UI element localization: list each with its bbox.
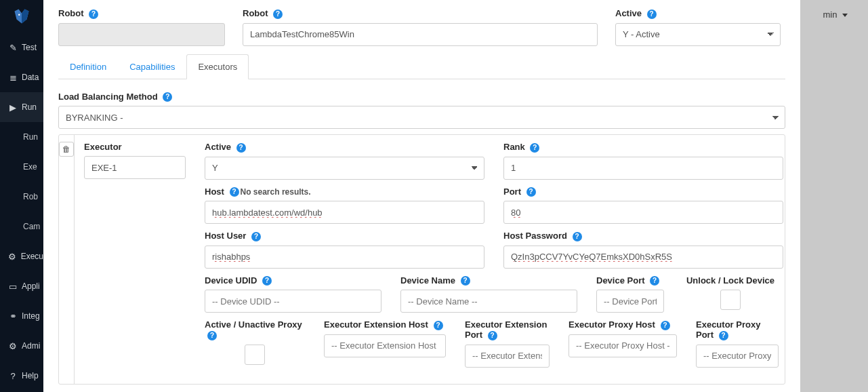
help-icon[interactable]: ? <box>230 187 239 197</box>
port-input[interactable] <box>503 201 783 224</box>
nav-run-sub-run[interactable]: Run <box>0 122 43 152</box>
help-icon: ? <box>8 371 18 381</box>
help-icon[interactable]: ? <box>526 187 536 197</box>
help-icon[interactable]: ? <box>488 331 497 340</box>
help-icon[interactable]: ? <box>661 321 670 330</box>
unlock-checkbox[interactable] <box>720 290 741 310</box>
hostpwd-label: Host Password ? <box>503 231 783 241</box>
nav-label: Appli <box>22 281 40 291</box>
help-icon[interactable]: ? <box>719 331 728 340</box>
play-icon: ▶ <box>8 102 18 113</box>
nav-executions[interactable]: ⚙ Execu <box>0 241 43 271</box>
laptop-icon: ▭ <box>8 281 18 292</box>
logo <box>0 0 43 33</box>
cogs-icon: ⚙ <box>8 341 18 351</box>
help-icon[interactable]: ? <box>207 331 217 340</box>
rank-label: Rank ? <box>503 142 783 153</box>
help-icon[interactable]: ? <box>163 92 172 102</box>
exec-active-label: Active ? <box>205 142 484 153</box>
proxyact-checkbox[interactable] <box>245 345 265 365</box>
help-icon[interactable]: ? <box>89 9 98 19</box>
nav-integrations[interactable]: ⚭ Integ <box>0 301 43 331</box>
edit-icon: ✎ <box>8 43 18 53</box>
help-icon[interactable]: ? <box>236 143 246 153</box>
help-icon[interactable]: ? <box>530 143 539 153</box>
executor-box: 🗑 Executor Active ? Y <box>58 134 785 385</box>
nav-run-sub-rob[interactable]: Rob <box>0 182 43 212</box>
pxport-input[interactable] <box>696 345 779 368</box>
no-results-text: No search results. <box>241 187 311 197</box>
trash-icon: 🗑 <box>62 144 70 154</box>
svg-point-0 <box>18 14 20 16</box>
robot2-input[interactable] <box>243 23 598 46</box>
help-icon[interactable]: ? <box>647 9 657 19</box>
nav-help[interactable]: ? Help <box>0 361 43 391</box>
exhost-input[interactable] <box>324 334 446 357</box>
pxhost-label: Executor Proxy Host ? <box>569 319 677 330</box>
modal-panel: Robot ? Robot ? Active ? Y - Active Defi… <box>43 0 800 392</box>
nav-run-sub-exe[interactable]: Exe <box>0 152 43 182</box>
exportport-label: Executor Extension Port ? <box>465 319 550 340</box>
exhost-label: Executor Extension Host ? <box>324 319 446 330</box>
devname-input[interactable] <box>400 290 577 313</box>
devport-label: Device Port ? <box>596 275 664 286</box>
nav-data[interactable]: ≣ Data <box>0 62 43 92</box>
help-icon[interactable]: ? <box>461 276 470 286</box>
help-icon[interactable]: ? <box>262 276 272 286</box>
trash-column: 🗑 <box>59 135 75 384</box>
nav-label: Admi <box>22 341 40 351</box>
active-select[interactable]: Y - Active <box>615 23 781 46</box>
robot2-label: Robot ? <box>243 8 598 19</box>
host-input[interactable] <box>205 201 484 224</box>
delete-executor-button[interactable]: 🗑 <box>59 142 74 157</box>
share-icon: ⚭ <box>8 311 18 321</box>
devport-input[interactable] <box>596 290 664 313</box>
user-menu[interactable]: min <box>823 9 848 20</box>
hostpwd-input[interactable] <box>503 246 783 269</box>
tab-executors[interactable]: Executors <box>186 54 249 79</box>
nav-label: Run <box>22 102 37 112</box>
wolf-logo-icon <box>12 6 32 26</box>
lb-label: Load Balancing Method ? <box>58 92 785 102</box>
exec-active-select[interactable]: Y <box>205 157 484 180</box>
hostuser-input[interactable] <box>205 246 484 269</box>
nav-applications[interactable]: ▭ Appli <box>0 271 43 301</box>
nav-label: Data <box>22 73 39 82</box>
help-icon[interactable]: ? <box>650 276 659 286</box>
nav-run[interactable]: ▶ Run <box>0 92 43 122</box>
pxport-label: Executor Proxy Port ? <box>696 319 779 340</box>
unlock-label: Unlock / Lock Device <box>686 275 774 286</box>
udid-input[interactable] <box>205 290 381 313</box>
devname-label: Device Name ? <box>400 275 577 286</box>
nav-label: Test <box>22 43 37 52</box>
help-icon[interactable]: ? <box>273 9 283 19</box>
help-icon[interactable]: ? <box>434 321 443 330</box>
robot1-label: Robot ? <box>58 8 225 19</box>
help-icon[interactable]: ? <box>573 232 582 241</box>
nav-label: Execu <box>21 252 43 261</box>
robot1-input <box>58 23 225 46</box>
tab-capabilities[interactable]: Capabilities <box>118 54 186 79</box>
pxhost-input[interactable] <box>569 334 677 357</box>
tab-definition[interactable]: Definition <box>58 54 118 79</box>
executor-input[interactable] <box>84 156 186 179</box>
udid-label: Device UDID ? <box>205 275 381 286</box>
sidebar: ✎ Test ≣ Data ▶ Run Run Exe Rob Cam ⚙ Ex… <box>0 0 43 392</box>
executor-label: Executor <box>84 142 186 152</box>
nav-label: Help <box>22 371 39 380</box>
caret-down-icon <box>840 9 848 20</box>
lb-select[interactable]: BYRANKING - <box>58 106 785 129</box>
gear-icon: ⚙ <box>8 252 17 262</box>
active-label: Active ? <box>615 8 781 19</box>
user-menu-label: min <box>823 9 837 20</box>
exportport-input[interactable] <box>465 345 550 368</box>
help-icon[interactable]: ? <box>251 232 261 241</box>
proxyact-label: Active / Unactive Proxy ? <box>205 319 305 340</box>
nav-test[interactable]: ✎ Test <box>0 33 43 62</box>
nav-run-sub-cam[interactable]: Cam <box>0 212 43 241</box>
nav-label: Integ <box>22 311 40 321</box>
port-label: Port ? <box>503 187 783 197</box>
nav-admin[interactable]: ⚙ Admi <box>0 331 43 361</box>
tabs: Definition Capabilities Executors <box>58 54 785 79</box>
rank-input[interactable] <box>503 157 783 180</box>
